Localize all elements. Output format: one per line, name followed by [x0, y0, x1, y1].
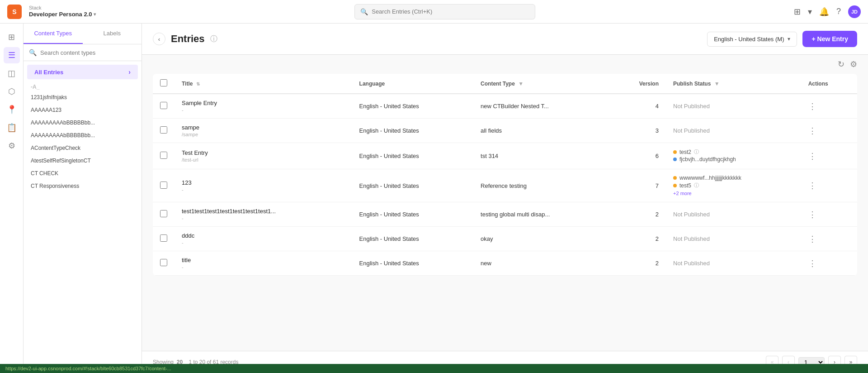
- forms-icon-btn[interactable]: 📋: [4, 120, 20, 136]
- sidebar-search[interactable]: 🔍: [24, 44, 142, 61]
- row-actions-btn-4[interactable]: ⋮: [808, 210, 816, 220]
- status-bar: https://dev2-ui-app.csnonprod.com/#!stac…: [0, 364, 868, 373]
- entry-content-type-3: Reference testing: [473, 169, 610, 202]
- entry-language-2: English - United States: [352, 143, 474, 169]
- settings-icon-btn[interactable]: ⚙: [4, 138, 20, 154]
- row-checkbox-1[interactable]: [160, 126, 167, 134]
- sidebar-item-aaaa2[interactable]: AAAAAAAAAbBBBBBbb...: [24, 129, 142, 142]
- entry-subtitle-4: -: [182, 215, 345, 221]
- col-title[interactable]: Title ⇅: [175, 74, 352, 94]
- entry-publish-status-6: Not Published: [666, 251, 801, 276]
- entry-subtitle-6: -: [182, 264, 345, 270]
- brand-logo: S: [7, 5, 22, 19]
- sidebar-divider: -A_: [24, 81, 142, 91]
- back-button[interactable]: ‹: [153, 33, 165, 45]
- table-row: sampe/sampeEnglish - United Statesall fi…: [153, 119, 857, 143]
- row-checkbox-4[interactable]: [160, 210, 167, 217]
- dashboard-icon-btn[interactable]: ⊞: [4, 29, 20, 45]
- entry-version-2: 6: [610, 143, 666, 169]
- entry-publish-status-4: Not Published: [666, 202, 801, 227]
- all-entries-chevron-icon: ›: [128, 68, 131, 76]
- sidebar-item-atestself[interactable]: AtestSelfRefSingletonCT: [24, 154, 142, 167]
- main-content: ‹ Entries ⓘ English - United States (M) …: [142, 24, 868, 373]
- entry-subtitle-3: -: [182, 187, 345, 192]
- list-icon-btn[interactable]: ☰: [4, 47, 20, 63]
- entry-subtitle-2: /test-url: [182, 157, 345, 163]
- row-actions-btn-5[interactable]: ⋮: [808, 234, 816, 244]
- search-icon: 🔍: [360, 8, 368, 15]
- help-circle-icon[interactable]: ⓘ: [210, 34, 217, 44]
- main-layout: ⊞ ☰ ◫ ⬡ 📍 📋 ⚙ Content Types Labels 🔍 All…: [0, 24, 868, 373]
- entry-subtitle-0: -: [182, 107, 345, 113]
- brand-persona[interactable]: Developer Persona 2.0 ▾: [29, 11, 96, 18]
- icon-sidebar: ⊞ ☰ ◫ ⬡ 📍 📋 ⚙: [0, 24, 24, 373]
- entry-content-type-1: all fields: [473, 119, 610, 143]
- content-type-filter-icon[interactable]: ▼: [518, 81, 524, 87]
- help-icon[interactable]: ?: [836, 7, 841, 16]
- sidebar-item-aaaa1[interactable]: AAAAAAAAAbBBBBBbb...: [24, 116, 142, 129]
- entry-publish-status-2: test2 ⓘfjcbvjh...duytdfhgcjkhgh: [666, 143, 801, 169]
- entry-version-0: 4: [610, 94, 666, 119]
- entry-version-1: 3: [610, 119, 666, 143]
- sidebar-item-aaaaaa123[interactable]: AAAAAA123: [24, 104, 142, 116]
- sidebar-list: All Entries › -A_ 1231jsfnIfnjaks AAAAAA…: [24, 61, 142, 373]
- location-icon-btn[interactable]: 📍: [4, 101, 20, 118]
- content-sidebar: Content Types Labels 🔍 All Entries › -A_…: [24, 24, 142, 373]
- row-checkbox-0[interactable]: [160, 102, 167, 109]
- entry-content-type-5: okay: [473, 227, 610, 251]
- grid-icon-btn[interactable]: ⊞: [794, 7, 801, 17]
- blocks-icon-btn[interactable]: ⬡: [4, 83, 20, 100]
- new-entry-button[interactable]: + New Entry: [802, 31, 857, 47]
- persona-chevron-icon: ▾: [94, 12, 96, 17]
- page-title: Entries: [171, 33, 205, 45]
- entry-publish-status-1: Not Published: [666, 119, 801, 143]
- sidebar-item-1231[interactable]: 1231jsfnIfnjaks: [24, 91, 142, 104]
- entry-language-4: English - United States: [352, 202, 474, 227]
- publish-status-filter-icon[interactable]: ▼: [714, 81, 720, 87]
- entry-version-5: 2: [610, 227, 666, 251]
- settings-columns-icon-btn[interactable]: ⚙: [850, 59, 857, 69]
- bell-icon[interactable]: 🔔: [819, 7, 829, 17]
- entry-language-0: English - United States: [352, 94, 474, 119]
- all-entries-item[interactable]: All Entries ›: [27, 65, 138, 79]
- tab-content-types[interactable]: Content Types: [24, 24, 83, 44]
- row-checkbox-3[interactable]: [160, 182, 167, 189]
- entry-language-3: English - United States: [352, 169, 474, 202]
- sidebar-item-ctresponsiveness[interactable]: CT Responsiveness: [24, 180, 142, 192]
- col-actions: Actions: [801, 74, 857, 94]
- entry-title-0: Sample Entry: [182, 100, 345, 106]
- row-actions-btn-3[interactable]: ⋮: [808, 181, 816, 191]
- layers-icon-btn[interactable]: ◫: [4, 65, 20, 81]
- global-search-bar[interactable]: 🔍: [354, 4, 535, 19]
- entry-subtitle-5: -: [182, 240, 345, 245]
- row-checkbox-6[interactable]: [160, 259, 167, 266]
- row-actions-btn-0[interactable]: ⋮: [808, 101, 816, 111]
- search-input[interactable]: [372, 8, 529, 15]
- entry-title-6: title: [182, 257, 345, 263]
- entry-title-3: 123: [182, 179, 345, 186]
- row-actions-btn-2[interactable]: ⋮: [808, 151, 816, 161]
- entry-subtitle-1: /sampe: [182, 132, 345, 137]
- language-selector[interactable]: English - United States (M) ▾: [707, 32, 797, 47]
- row-actions-btn-1[interactable]: ⋮: [808, 126, 816, 136]
- brand-info: Stack Developer Persona 2.0 ▾: [29, 5, 96, 18]
- row-checkbox-2[interactable]: [160, 152, 167, 159]
- tab-labels[interactable]: Labels: [83, 24, 142, 44]
- header-actions: English - United States (M) ▾ + New Entr…: [707, 31, 857, 47]
- entries-header: ‹ Entries ⓘ English - United States (M) …: [142, 24, 868, 55]
- lang-dropdown-arrow-icon: ▾: [788, 36, 790, 42]
- refresh-icon-btn[interactable]: ↻: [838, 59, 844, 69]
- avatar[interactable]: JD: [848, 5, 861, 18]
- entries-table: Title ⇅ Language Content Type ▼ Version: [153, 74, 857, 276]
- entry-content-type-4: testing global multi disap...: [473, 202, 610, 227]
- sidebar-search-input[interactable]: [40, 49, 136, 56]
- row-actions-btn-6[interactable]: ⋮: [808, 258, 816, 268]
- chevron-down-icon-btn[interactable]: ▾: [808, 7, 812, 17]
- sidebar-item-ctcheck[interactable]: CT CHECK: [24, 167, 142, 180]
- select-all-checkbox[interactable]: [160, 79, 167, 86]
- table-row: 123-English - United StatesReference tes…: [153, 169, 857, 202]
- row-checkbox-5[interactable]: [160, 234, 167, 242]
- sidebar-item-acontenttype[interactable]: AContentTypeCheck: [24, 142, 142, 154]
- top-nav: S Stack Developer Persona 2.0 ▾ 🔍 ⊞ ▾ 🔔 …: [0, 0, 868, 24]
- entry-content-type-6: new: [473, 251, 610, 276]
